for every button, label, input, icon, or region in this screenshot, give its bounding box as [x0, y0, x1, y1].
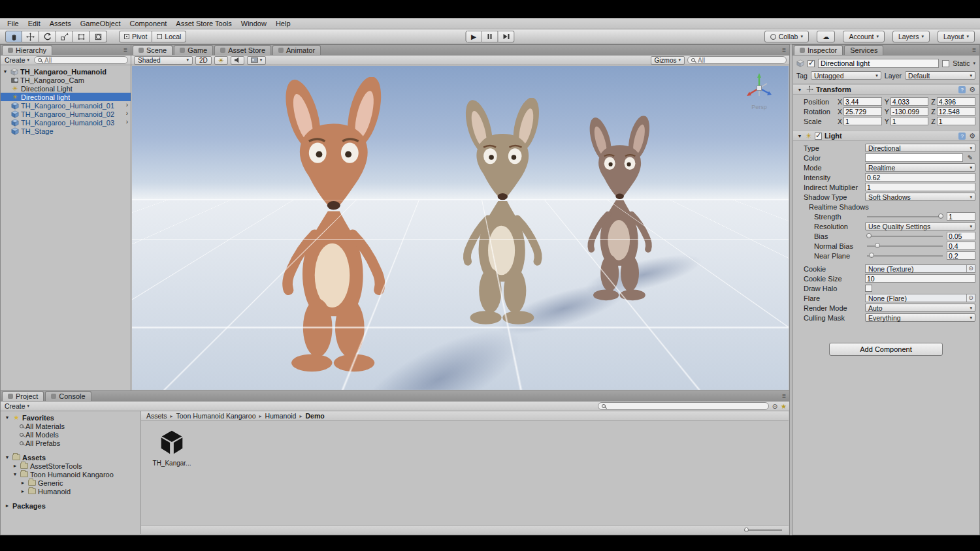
tab-console[interactable]: Console — [45, 391, 91, 401]
normal-bias-field[interactable] — [947, 242, 975, 250]
slider-thumb[interactable] — [938, 213, 943, 219]
folder-generic[interactable]: ► Generic — [1, 479, 140, 487]
foldout-open-icon[interactable]: ▼ — [4, 455, 10, 460]
strength-slider[interactable] — [867, 216, 943, 217]
collab-dropdown[interactable]: Collab ▾ — [764, 31, 809, 42]
hierarchy-item-directional-light-1[interactable]: ☀ Directional Light — [1, 84, 131, 93]
breadcrumb-demo[interactable]: Demo — [305, 412, 324, 420]
breadcrumb-toon-humanoid-kangaroo[interactable]: Toon Humanoid Kangaroo — [176, 412, 256, 420]
gear-icon[interactable]: ⚙ — [969, 132, 975, 140]
pause-button[interactable] — [482, 31, 498, 42]
2d-toggle-button[interactable]: 2D — [195, 56, 212, 65]
folder-toon-humanoid-kangaroo[interactable]: ▼ Toon Humanoid Kangaroo — [1, 470, 140, 479]
scene-audio-toggle[interactable] — [231, 56, 244, 65]
shading-mode-dropdown[interactable]: Shaded ▾ — [134, 56, 193, 65]
slider-thumb[interactable] — [869, 253, 874, 258]
thumbnail-size-slider[interactable] — [744, 529, 782, 531]
step-button[interactable] — [498, 31, 515, 42]
hierarchy-item-stage[interactable]: TH_Stage — [1, 127, 131, 135]
asset-tile-scene[interactable]: TH_Kangar... — [152, 428, 192, 467]
foldout-open-icon[interactable]: ▼ — [12, 472, 18, 477]
local-toggle-button[interactable]: Local — [152, 31, 186, 42]
scene-lighting-toggle[interactable]: ☀ — [214, 56, 228, 65]
scene-viewport[interactable]: Persp — [132, 66, 789, 390]
active-checkbox[interactable] — [808, 60, 815, 67]
scale-tool-button[interactable] — [56, 31, 73, 42]
packages-root[interactable]: ► Packages — [1, 501, 140, 510]
gameobject-name-field[interactable] — [818, 59, 939, 68]
scale-x-field[interactable] — [843, 117, 882, 125]
scale-z-field[interactable] — [937, 117, 975, 125]
layer-dropdown[interactable]: Default ▾ — [905, 71, 975, 80]
menu-gameobject[interactable]: GameObject — [76, 19, 125, 28]
light-mode-dropdown[interactable]: Realtime▾ — [865, 163, 975, 172]
favorite-all-models[interactable]: All Models — [1, 430, 140, 439]
menu-file[interactable]: File — [3, 19, 24, 28]
menu-component[interactable]: Component — [125, 19, 171, 28]
project-content-area[interactable]: TH_Kangar... — [141, 421, 789, 525]
rect-tool-button[interactable] — [73, 31, 90, 42]
breadcrumb-humanoid[interactable]: Humanoid — [265, 412, 297, 420]
scene-orientation-gizmo[interactable]: Persp — [739, 71, 779, 110]
hierarchy-item-kangaroo-03[interactable]: TH_Kangaroo_Humanoid_03 › — [1, 118, 131, 127]
pane-menu-icon[interactable]: ≡ — [782, 46, 786, 54]
favorite-all-prefabs[interactable]: All Prefabs — [1, 439, 140, 447]
hierarchy-item-kangaroo-01[interactable]: TH_Kangaroo_Humanoid_01 › — [1, 101, 131, 110]
pane-menu-icon[interactable]: ≡ — [972, 46, 976, 54]
foldout-closed-icon[interactable]: ► — [12, 464, 18, 468]
hierarchy-item-kangaroo-02[interactable]: TH_Kangaroo_Humanoid_02 › — [1, 110, 131, 118]
light-type-dropdown[interactable]: Directional▾ — [865, 144, 975, 152]
menu-assets[interactable]: Assets — [45, 19, 76, 28]
foldout-open-icon[interactable]: ▼ — [4, 415, 10, 420]
eyedropper-icon[interactable]: ✎ — [965, 154, 975, 161]
object-picker-icon[interactable]: ⊙ — [966, 294, 975, 302]
rotation-y-field[interactable] — [890, 107, 929, 116]
play-button[interactable]: ▶ — [466, 31, 482, 42]
kangaroo-model-1[interactable] — [248, 72, 423, 381]
hierarchy-item-directional-light-2-selected[interactable]: ☀ Directional light — [1, 93, 131, 101]
light-enabled-checkbox[interactable] — [815, 133, 822, 140]
foldout-closed-icon[interactable]: ► — [4, 503, 10, 508]
add-component-button[interactable]: Add Component — [829, 343, 943, 356]
expand-children-icon[interactable]: › — [126, 110, 128, 117]
cookie-size-field[interactable] — [865, 274, 975, 283]
near-plane-slider[interactable] — [867, 255, 943, 257]
tag-dropdown[interactable]: Untagged ▾ — [811, 71, 881, 80]
static-dropdown-caret[interactable]: ▾ — [973, 61, 975, 66]
folder-assetstoretools[interactable]: ► AssetStoreTools — [1, 462, 140, 470]
light-color-swatch[interactable] — [865, 153, 963, 162]
scene-search[interactable] — [687, 56, 787, 64]
foldout-open-icon[interactable]: ▼ — [796, 134, 803, 138]
tab-scene[interactable]: Scene — [133, 45, 172, 55]
project-search-input[interactable] — [608, 403, 765, 410]
foldout-open-icon[interactable]: ▼ — [2, 69, 8, 74]
intensity-field[interactable] — [865, 173, 975, 181]
slider-thumb[interactable] — [744, 527, 749, 532]
slider-thumb[interactable] — [875, 243, 880, 248]
culling-mask-dropdown[interactable]: Everything▾ — [865, 313, 975, 322]
tab-game[interactable]: Game — [174, 45, 213, 55]
layers-dropdown[interactable]: Layers ▾ — [892, 31, 930, 42]
rotate-tool-button[interactable] — [39, 31, 56, 42]
account-dropdown[interactable]: Account ▾ — [843, 31, 884, 42]
tab-project[interactable]: Project — [2, 391, 44, 401]
rotation-x-field[interactable] — [843, 107, 882, 116]
menu-help[interactable]: Help — [271, 19, 295, 28]
cloud-button[interactable]: ☁ — [817, 31, 836, 42]
menu-edit[interactable]: Edit — [24, 19, 45, 28]
render-mode-dropdown[interactable]: Auto▾ — [865, 304, 975, 312]
project-search[interactable] — [598, 402, 769, 410]
expand-children-icon[interactable]: › — [126, 118, 128, 125]
move-tool-button[interactable] — [22, 31, 39, 42]
tab-services[interactable]: Services — [844, 45, 883, 55]
position-y-field[interactable] — [890, 97, 929, 106]
hand-tool-button[interactable] — [5, 31, 22, 42]
position-z-field[interactable] — [937, 97, 975, 106]
tab-inspector[interactable]: Inspector — [794, 45, 843, 55]
draw-halo-checkbox[interactable] — [865, 285, 872, 292]
rotation-z-field[interactable] — [937, 107, 975, 116]
object-picker-icon[interactable]: ⊙ — [966, 265, 975, 272]
favorite-all-materials[interactable]: All Materials — [1, 422, 140, 430]
folder-humanoid[interactable]: ► Humanoid — [1, 487, 140, 496]
tab-asset-store[interactable]: Asset Store — [214, 45, 271, 55]
